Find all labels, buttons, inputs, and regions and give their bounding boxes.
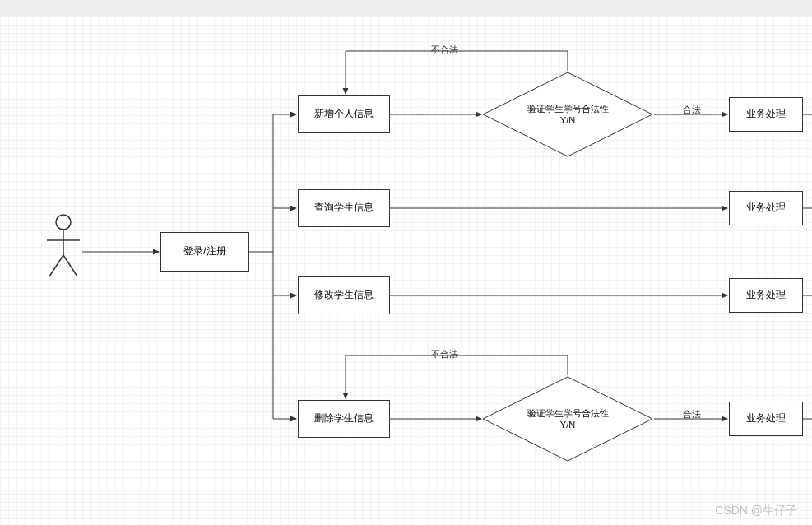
node-proc-3-label: 业务处理 (746, 289, 786, 302)
node-verify-1-label: 验证学生学号合法性 Y/N (527, 103, 609, 127)
edge-label-legal-2: 合法 (683, 408, 701, 420)
node-login[interactable]: 登录/注册 (160, 232, 249, 272)
node-proc-4[interactable]: 业务处理 (729, 402, 803, 436)
node-proc-2-label: 业务处理 (746, 202, 786, 215)
node-add-label: 新增个人信息 (314, 108, 374, 121)
svg-point-0 (56, 215, 71, 230)
node-delete[interactable]: 删除学生信息 (298, 400, 390, 438)
node-modify[interactable]: 修改学生信息 (298, 276, 390, 314)
edges-layer (0, 16, 812, 525)
svg-line-4 (63, 255, 77, 276)
editor-toolbar[interactable] (0, 0, 812, 16)
node-proc-3[interactable]: 业务处理 (729, 278, 803, 313)
node-verify-2-label: 验证学生学号合法性 Y/N (527, 407, 609, 431)
node-query-label: 查询学生信息 (314, 202, 374, 215)
node-query[interactable]: 查询学生信息 (298, 189, 390, 227)
node-proc-4-label: 业务处理 (746, 412, 786, 425)
edge-label-illegal-2: 不合法 (431, 348, 458, 360)
node-proc-1[interactable]: 业务处理 (729, 97, 803, 132)
watermark: CSDN @牛仔子 (715, 504, 797, 518)
edge-label-legal-1: 合法 (683, 104, 701, 116)
edge-label-illegal-1: 不合法 (431, 44, 458, 56)
node-proc-1-label: 业务处理 (746, 108, 786, 121)
node-verify-1[interactable]: 验证学生学号合法性 Y/N (481, 71, 654, 158)
node-verify-2[interactable]: 验证学生学号合法性 Y/N (481, 375, 654, 462)
actor-icon[interactable] (43, 212, 84, 281)
node-delete-label: 删除学生信息 (314, 412, 374, 425)
diagram-canvas[interactable]: 登录/注册 新增个人信息 验证学生学号合法性 Y/N 业务处理 查询学生信息 业… (0, 16, 812, 525)
node-login-label: 登录/注册 (183, 245, 225, 258)
node-modify-label: 修改学生信息 (314, 289, 374, 302)
svg-line-3 (49, 255, 63, 276)
node-proc-2[interactable]: 业务处理 (729, 191, 803, 225)
node-add[interactable]: 新增个人信息 (298, 95, 390, 133)
